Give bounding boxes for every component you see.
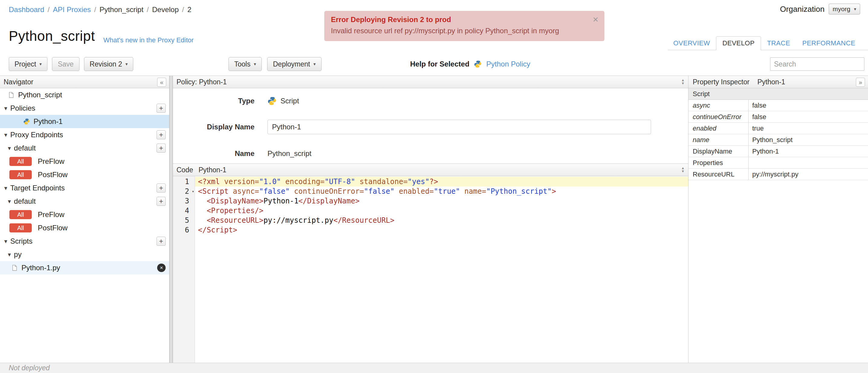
code-line-1: <?xml version="1.0" encoding="UTF-8" sta… [195, 177, 688, 187]
python-icon [23, 118, 30, 125]
nav-item-python-1-py[interactable]: Python-1.py✕ [0, 261, 169, 275]
panel-down-icon: ▾ [682, 169, 684, 173]
save-button[interactable]: Save [52, 57, 79, 71]
nav-item-py[interactable]: ▾py [0, 248, 169, 261]
caret-down-icon[interactable]: ▾ [8, 198, 11, 205]
policy-header: Policy: Python-1 ▴ ▾ [173, 76, 688, 88]
panel-splitter[interactable] [169, 76, 173, 363]
search-input[interactable] [770, 57, 864, 71]
code-fold-icon[interactable]: ▾ [192, 187, 194, 196]
close-icon[interactable]: × [593, 14, 598, 24]
caret-down-icon: ▾ [854, 6, 856, 12]
panel-resize-icon[interactable]: ▴ ▾ [682, 166, 684, 173]
nav-item-postflow[interactable]: AllPostFlow [0, 168, 169, 181]
add-button[interactable]: + [157, 144, 166, 153]
deployment-menu-button[interactable]: Deployment ▾ [267, 57, 321, 71]
revision-menu-button[interactable]: Revision 2 ▾ [84, 57, 133, 71]
caret-down-icon[interactable]: ▾ [4, 184, 7, 192]
revision-label: Revision 2 [90, 60, 122, 68]
display-name-label: Display Name [173, 123, 254, 131]
navigator-header: Navigator « [0, 76, 169, 88]
property-value[interactable]: Python-1 [749, 146, 868, 157]
nav-item-proxy-endpoints[interactable]: ▾Proxy Endpoints+ [0, 128, 169, 142]
caret-down-icon[interactable]: ▾ [8, 145, 11, 152]
panel-resize-icon[interactable]: ▴ ▾ [682, 78, 684, 85]
caret-down-icon[interactable]: ▾ [8, 251, 11, 258]
tab-overview[interactable]: OVERVIEW [667, 37, 716, 50]
line-number: 4 [173, 206, 195, 216]
property-row-async[interactable]: asyncfalse [688, 100, 868, 111]
property-value[interactable]: true [749, 123, 868, 134]
tools-label: Tools [234, 60, 251, 68]
caret-down-icon[interactable]: ▾ [4, 131, 7, 138]
property-inspector-panel: Property Inspector Python-1 » Script asy… [688, 76, 868, 363]
property-value[interactable] [749, 157, 868, 168]
navigator-tree: Python_script▾Policies+Python-1▾Proxy En… [0, 88, 169, 363]
nav-item-scripts[interactable]: ▾Scripts+ [0, 235, 169, 248]
property-section-header: Script [688, 88, 868, 100]
organization-select[interactable]: myorg ▾ [829, 4, 860, 14]
nav-item-label: Policies [10, 104, 35, 113]
project-menu-button[interactable]: Project ▾ [9, 57, 48, 71]
add-button[interactable]: + [157, 237, 166, 246]
expand-panel-icon[interactable]: » [856, 78, 865, 87]
property-value[interactable]: Python_script [749, 134, 868, 145]
nav-item-target-endpoints[interactable]: ▾Target Endpoints+ [0, 181, 169, 195]
breadcrumb-dashboard[interactable]: Dashboard [9, 5, 44, 14]
nav-item-default[interactable]: ▾default+ [0, 142, 169, 155]
property-row-continueonerror[interactable]: continueOnErrorfalse [688, 111, 868, 123]
display-name-input[interactable] [268, 120, 651, 134]
nav-item-preflow[interactable]: AllPreFlow [0, 208, 169, 221]
nav-item-python-script[interactable]: Python_script [0, 88, 169, 101]
property-table: asyncfalsecontinueOnErrorfalseenabledtru… [688, 100, 868, 180]
deployment-label: Deployment [273, 60, 310, 68]
caret-down-icon: ▾ [39, 61, 42, 67]
caret-down-icon[interactable]: ▾ [4, 238, 7, 245]
property-row-displayname[interactable]: DisplayNamePython-1 [688, 146, 868, 157]
breadcrumb-api-proxies[interactable]: API Proxies [53, 5, 91, 14]
property-row-resourceurl[interactable]: ResourceURLpy://myscript.py [688, 169, 868, 180]
nav-item-label: PostFlow [38, 170, 68, 179]
caret-down-icon: ▾ [254, 61, 256, 67]
property-row-properties[interactable]: Properties [688, 157, 868, 169]
nav-item-python-1[interactable]: Python-1 [0, 115, 169, 128]
breadcrumb-2: 2 [187, 5, 191, 14]
property-row-enabled[interactable]: enabledtrue [688, 123, 868, 134]
caret-down-icon[interactable]: ▾ [4, 104, 7, 112]
tab-performance[interactable]: PERFORMANCE [796, 37, 861, 50]
tools-menu-button[interactable]: Tools ▾ [228, 57, 262, 71]
property-row-name[interactable]: namePython_script [688, 134, 868, 146]
nav-item-label: Scripts [10, 237, 32, 245]
nav-item-policies[interactable]: ▾Policies+ [0, 101, 169, 115]
property-label: enabled [688, 123, 749, 134]
tab-bar: OVERVIEWDEVELOPTRACEPERFORMANCE [668, 37, 868, 50]
policy-form: Type Script Display Name Name Python_scr… [173, 88, 688, 163]
organization-value: myorg [833, 5, 850, 13]
collapse-navigator-icon[interactable]: « [157, 78, 166, 87]
property-value[interactable]: false [749, 100, 868, 111]
nav-item-default[interactable]: ▾default+ [0, 195, 169, 208]
help-for-selected-label: Help for Selected [410, 60, 469, 68]
breadcrumb-separator: / [94, 5, 96, 14]
add-button[interactable]: + [157, 197, 166, 206]
whats-new-link[interactable]: What's new in the Proxy Editor [103, 36, 194, 44]
code-editor[interactable]: 12▾3456 <?xml version="1.0" encoding="UT… [173, 176, 688, 363]
breadcrumb-develop: Develop [152, 5, 179, 14]
property-value[interactable]: py://myscript.py [749, 169, 868, 180]
tab-develop[interactable]: DEVELOP [716, 36, 761, 50]
add-button[interactable]: + [157, 130, 166, 139]
add-button[interactable]: + [157, 104, 166, 113]
property-value[interactable]: false [749, 111, 868, 122]
property-panel-empty [688, 180, 868, 363]
nav-item-label: default [14, 144, 36, 152]
delete-icon[interactable]: ✕ [157, 263, 166, 272]
tab-trace[interactable]: TRACE [761, 37, 796, 50]
python-policy-help-link[interactable]: Python Policy [486, 60, 530, 68]
toolbar-mid-group: Tools ▾ Deployment ▾ [228, 57, 321, 71]
nav-item-postflow[interactable]: AllPostFlow [0, 221, 169, 235]
toolbar: Project ▾ Save Revision 2 ▾ Tools ▾ Depl… [0, 53, 868, 76]
organization-label: Organization [780, 4, 825, 14]
display-name-row: Display Name [173, 119, 688, 135]
nav-item-preflow[interactable]: AllPreFlow [0, 155, 169, 168]
add-button[interactable]: + [157, 184, 166, 192]
